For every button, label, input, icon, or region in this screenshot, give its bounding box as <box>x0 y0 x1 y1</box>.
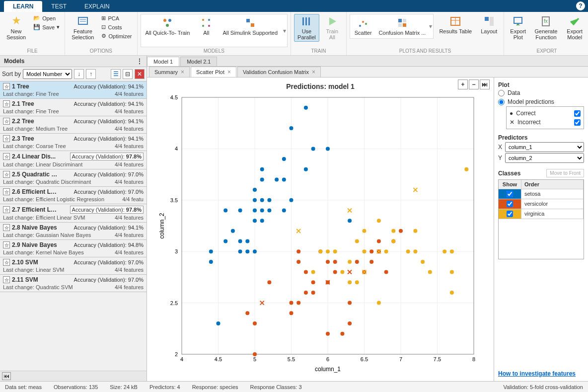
svg-point-122 <box>369 249 373 253</box>
star-icon[interactable]: ☆ <box>3 259 10 266</box>
model-item[interactable]: ☆2.5 Quadratic … Accuracy (Validation): … <box>0 169 147 187</box>
model-item[interactable]: ☆2.8 Naive Bayes Accuracy (Validation): … <box>0 223 147 240</box>
svg-point-153 <box>421 260 425 264</box>
svg-rect-13 <box>305 17 307 25</box>
star-icon[interactable]: ☆ <box>3 276 10 283</box>
svg-point-85 <box>267 198 271 202</box>
model-item[interactable]: ☆2.11 SVM Accuracy (Validation): 97.0% L… <box>0 275 147 292</box>
costs-button[interactable]: ⊡Costs <box>99 23 134 31</box>
star-icon[interactable]: ☆ <box>3 153 10 160</box>
tab-test[interactable]: TEST <box>42 1 75 12</box>
class-show-checkbox[interactable] <box>507 201 513 207</box>
svg-rect-0 <box>78 17 87 24</box>
model-item[interactable]: ☆2.2 Tree Accuracy (Validation): 94.1% L… <box>0 116 147 134</box>
doc-tab-model21[interactable]: Model 2.1 <box>180 57 217 66</box>
svg-point-72 <box>245 249 249 253</box>
confusion-matrix-button[interactable]: Confusion Matrix ... <box>375 15 430 37</box>
data-radio[interactable]: Data <box>498 88 584 97</box>
export-plot-button[interactable]: Export Plot <box>507 14 529 42</box>
sub-tab-confusion[interactable]: Validation Confusion Matrix× <box>237 67 321 77</box>
star-icon[interactable]: ☆ <box>3 83 10 90</box>
sub-tab-scatter[interactable]: Scatter Plot× <box>191 67 236 77</box>
x-predictor-select[interactable]: column_1 <box>505 142 584 152</box>
model-item[interactable]: ☆2.9 Naive Bayes Accuracy (Validation): … <box>0 240 147 257</box>
open-button[interactable]: 📂Open <box>31 14 62 22</box>
model-item[interactable]: ☆2.10 SVM Accuracy (Validation): 97.0% L… <box>0 257 147 275</box>
star-icon[interactable]: ☆ <box>3 118 10 125</box>
sort-asc-button[interactable]: ↑ <box>86 69 96 79</box>
last-plot-button[interactable]: ⏭ <box>480 79 490 89</box>
generate-function-button[interactable]: fx Generate Function <box>531 14 561 42</box>
model-predictions-radio[interactable]: Model predictions <box>498 97 584 106</box>
model-item[interactable]: ☆2.4 Linear Dis... Accuracy (Validation)… <box>0 151 147 169</box>
delete-button[interactable]: ✕ <box>135 69 145 79</box>
save-button[interactable]: 💾Save▾ <box>31 23 62 31</box>
class-row[interactable]: virginica <box>499 209 584 219</box>
svg-text:2: 2 <box>175 351 178 357</box>
svg-point-144 <box>363 229 367 233</box>
model-item[interactable]: ☆2.1 Tree Accuracy (Validation): 94.1% L… <box>0 99 147 116</box>
export-model-button[interactable]: Export Model <box>563 14 587 42</box>
star-icon[interactable]: ☆ <box>3 171 10 178</box>
how-to-link[interactable]: How to investigate features <box>498 370 584 377</box>
star-icon[interactable]: ☆ <box>3 188 10 195</box>
scatter-chart[interactable]: 44.555.566.577.5822.533.544.5column_1col… <box>157 92 484 374</box>
close-icon[interactable]: × <box>312 69 315 76</box>
svg-point-147 <box>384 249 388 253</box>
plots-dropdown-arrow[interactable]: ▾ <box>429 23 432 30</box>
feature-selection-button[interactable]: Feature Selection <box>68 14 97 42</box>
all-simulink-button[interactable]: All Simulink Supported <box>219 15 281 37</box>
model-item[interactable]: ☆2.3 Tree Accuracy (Validation): 94.1% L… <box>0 134 147 151</box>
class-show-checkbox[interactable] <box>507 191 513 197</box>
new-session-button[interactable]: New Session <box>3 14 29 42</box>
all-quick-train-button[interactable]: All Quick-To- Train <box>142 15 194 37</box>
use-parallel-button[interactable]: Use Parallel <box>294 14 319 42</box>
svg-text:7: 7 <box>399 356 402 362</box>
class-show-checkbox[interactable] <box>507 211 513 217</box>
optimizer-button[interactable]: ⚙Optimizer <box>99 32 134 40</box>
class-row[interactable]: versicolor <box>499 199 584 209</box>
expand-button[interactable]: ⊟ <box>123 69 133 79</box>
models-dropdown-arrow[interactable]: ▾ <box>283 27 286 34</box>
pca-button[interactable]: ⊞PCA <box>99 14 134 22</box>
top-tab-bar: LEARN TEST EXPLAIN ? <box>0 0 588 12</box>
class-row[interactable]: setosa <box>499 189 584 199</box>
y-predictor-select[interactable]: column_2 <box>505 153 584 163</box>
zoom-out-button[interactable]: − <box>469 79 479 89</box>
sort-desc-button[interactable]: ↓ <box>74 69 84 79</box>
sort-field-select[interactable]: Model Number <box>23 69 72 79</box>
order-header: Order <box>521 180 584 189</box>
incorrect-checkbox[interactable]: ✕Incorrect <box>510 118 581 127</box>
page-first-button[interactable]: ⏮ <box>2 372 11 380</box>
model-list[interactable]: ☆1 Tree Accuracy (Validation): 94.1% Las… <box>0 81 147 371</box>
svg-point-98 <box>253 352 257 356</box>
list-view-button[interactable]: ☰ <box>111 69 121 79</box>
doc-tab-model1[interactable]: Model 1 <box>147 57 179 66</box>
star-icon[interactable]: ☆ <box>3 100 10 107</box>
svg-point-151 <box>413 249 417 253</box>
svg-text:fx: fx <box>544 18 548 24</box>
sub-tab-summary[interactable]: Summary× <box>149 67 190 77</box>
scatter-button[interactable]: Scatter <box>351 15 375 37</box>
results-table-button[interactable]: Results Table <box>436 14 475 36</box>
model-item[interactable]: ☆2.6 Efficient L… Accuracy (Validation):… <box>0 187 147 204</box>
star-icon[interactable]: ☆ <box>3 135 10 142</box>
help-icon[interactable]: ? <box>576 1 585 10</box>
layout-button[interactable]: Layout <box>477 14 501 36</box>
tab-explain[interactable]: EXPLAIN <box>75 1 119 12</box>
correct-checkbox[interactable]: ●Correct <box>510 109 581 118</box>
model-item[interactable]: ☆1 Tree Accuracy (Validation): 94.1% Las… <box>0 81 147 99</box>
star-icon[interactable]: ☆ <box>3 224 10 231</box>
star-icon[interactable]: ☆ <box>3 206 10 213</box>
move-to-front-button[interactable]: Move to Front <box>546 169 584 177</box>
close-icon[interactable]: × <box>227 69 231 76</box>
star-icon[interactable]: ☆ <box>3 241 10 248</box>
close-icon[interactable]: × <box>181 69 184 76</box>
plot-options-panel: Plot Data Model predictions ●Correct ✕In… <box>494 78 588 381</box>
panel-menu-icon[interactable]: ⋮ <box>137 58 143 65</box>
zoom-in-button[interactable]: + <box>458 79 468 89</box>
train-all-button[interactable]: Train All <box>321 14 343 42</box>
model-item[interactable]: ☆2.7 Efficient L… Accuracy (Validation):… <box>0 204 147 223</box>
tab-learn[interactable]: LEARN <box>4 1 42 12</box>
all-button[interactable]: All <box>195 15 217 37</box>
